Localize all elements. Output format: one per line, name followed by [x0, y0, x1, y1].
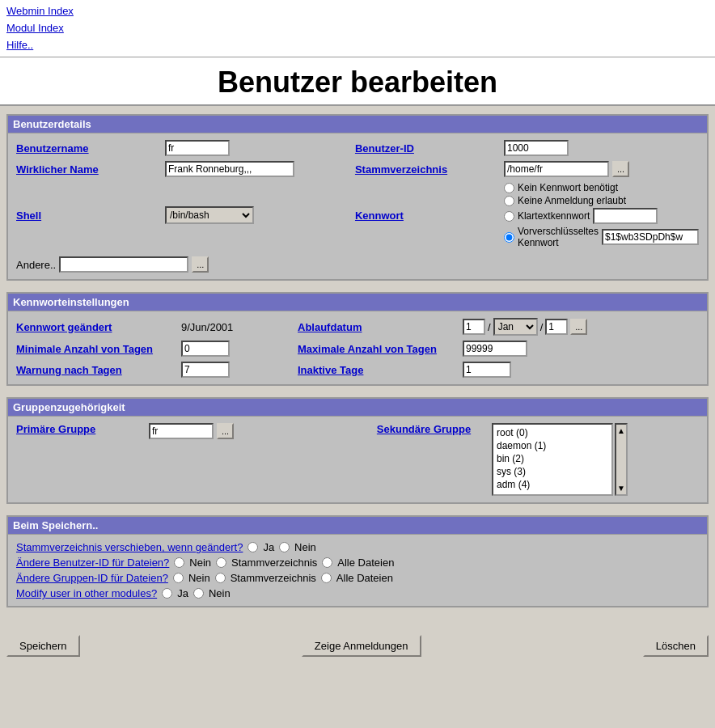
benutzerdetails-grid: Benutzername Benutzer-ID Wirklicher Name… — [16, 140, 699, 273]
gruppenid-files-label[interactable]: Ändere Gruppen-ID für Dateien? — [16, 572, 168, 584]
guid-alle-radio[interactable] — [321, 573, 332, 583]
kennwort-keine-radio[interactable] — [504, 196, 514, 206]
stamm-label[interactable]: Stammverzeichnis verschieben, wenn geänd… — [16, 541, 243, 553]
sekundaer-listbox[interactable]: root (0) daemon (1) bin (2) sys (3) adm … — [492, 423, 613, 496]
sekundaer-label[interactable]: Sekundäre Gruppe — [359, 423, 489, 435]
ablauf-browse-button[interactable]: ... — [570, 319, 587, 335]
beim-speichern-body: Stammverzeichnis verschieben, wenn geänd… — [8, 535, 707, 606]
ablauf-year-input[interactable] — [545, 319, 568, 335]
ablauf-day-input[interactable] — [463, 319, 485, 335]
gruppe-header: Gruppenzugehörigkeit — [8, 399, 707, 417]
main-content: Benutzerdetails Benutzername Benutzer-ID… — [0, 106, 715, 627]
wirklicher-name-input[interactable] — [165, 161, 294, 177]
benutzerid-label[interactable]: Benutzer-ID — [355, 142, 501, 154]
primaer-label[interactable]: Primäre Gruppe — [16, 423, 146, 435]
andere-input[interactable] — [59, 256, 188, 273]
modify-ja-radio[interactable] — [162, 588, 172, 599]
warnung-input[interactable] — [181, 362, 230, 378]
gruppenid-files-row: Ändere Gruppen-ID für Dateien? Nein Stam… — [16, 572, 699, 584]
modify-nein-label: Nein — [209, 587, 231, 599]
gruppe-grid: Primäre Gruppe ... Sekundäre Gruppe root… — [16, 423, 699, 496]
primaer-browse-button[interactable]: ... — [217, 423, 234, 439]
inaktive-label[interactable]: Inaktive Tage — [298, 364, 459, 376]
list-item[interactable]: adm (4) — [495, 478, 610, 491]
stammverzeichnis-input[interactable] — [504, 161, 609, 177]
listbox-scrollbar[interactable]: ▲ ▼ — [615, 423, 628, 496]
geaendert-value: 9/Jun/2001 — [181, 321, 294, 333]
buid-alle-radio[interactable] — [322, 557, 332, 568]
ablauf-sep2: / — [540, 321, 544, 333]
list-item[interactable]: bin (2) — [495, 452, 610, 465]
kennwort-vor-label: Vorverschlüsseltes Kennwort — [518, 226, 599, 248]
beim-speichern-header: Beim Speichern.. — [8, 517, 707, 535]
benutzerid-field-wrapper — [504, 140, 699, 156]
gruppe-section: Gruppenzugehörigkeit Primäre Gruppe ... … — [6, 397, 709, 504]
footer-buttons: Speichern Zeige Anmeldungen Löschen — [0, 627, 715, 665]
kennwort-klar-radio[interactable] — [504, 211, 514, 222]
minimale-field-wrapper — [181, 341, 294, 357]
stamm-nein-radio[interactable] — [279, 542, 290, 552]
list-item[interactable]: sys (3) — [495, 465, 610, 478]
sekundaer-list-wrapper: root (0) daemon (1) bin (2) sys (3) adm … — [492, 423, 699, 496]
kennwort-vor-input[interactable] — [602, 229, 699, 245]
stammverzeichnis-browse-button[interactable]: ... — [612, 161, 629, 177]
inaktive-field-wrapper — [463, 362, 699, 378]
modify-label[interactable]: Modify user in other modules? — [16, 587, 157, 599]
page-title: Benutzer bearbeiten — [0, 57, 715, 106]
ablaufdatum-label[interactable]: Ablaufdatum — [298, 321, 459, 333]
benutzerid-files-row: Ändere Benutzer-ID für Dateien? Nein Sta… — [16, 557, 699, 569]
webmin-index-link[interactable]: Webmin Index — [6, 5, 74, 17]
buid-stamm-radio[interactable] — [216, 557, 226, 568]
warnung-label[interactable]: Warnung nach Tagen — [16, 364, 178, 376]
buid-stamm-label: Stammverzeichnis — [231, 557, 317, 569]
scroll-down-icon[interactable]: ▼ — [617, 484, 625, 493]
geaendert-label[interactable]: Kennwort geändert — [16, 321, 178, 333]
beim-speichern-section: Beim Speichern.. Stammverzeichnis versch… — [6, 515, 709, 607]
hilfe-link[interactable]: Hilfe.. — [6, 39, 33, 51]
kennwort-klar-input[interactable] — [593, 208, 658, 224]
benutzerdetails-body: Benutzername Benutzer-ID Wirklicher Name… — [8, 133, 707, 279]
guid-nein-radio[interactable] — [173, 573, 184, 583]
primaer-field-wrapper: ... — [149, 423, 356, 439]
stammverzeichnis-label[interactable]: Stammverzeichnis — [355, 163, 501, 176]
andere-row: Andere.. ... — [16, 256, 352, 273]
kennwort-vor-radio[interactable] — [504, 232, 514, 243]
shell-field-wrapper: /bin/bash /bin/sh /bin/csh — [165, 206, 352, 224]
benutzername-label[interactable]: Benutzername — [16, 142, 162, 154]
minimale-label[interactable]: Minimale Anzahl von Tagen — [16, 343, 178, 355]
guid-alle-label: Alle Dateien — [336, 572, 393, 584]
ablauf-month-select[interactable]: JanFebMar AprMayJun JulAugSep OctNovDec — [493, 318, 538, 336]
primaer-input[interactable] — [149, 423, 214, 439]
stamm-ja-radio[interactable] — [248, 542, 258, 552]
zeige-anmeldungen-button[interactable]: Zeige Anmeldungen — [302, 635, 421, 657]
shell-label[interactable]: Shell — [16, 210, 162, 222]
top-navigation: Webmin Index Modul Index Hilfe.. — [0, 0, 715, 57]
kennwort-label[interactable]: Kennwort — [355, 210, 501, 222]
wirklicher-name-label[interactable]: Wirklicher Name — [16, 163, 162, 176]
maximale-input[interactable] — [463, 341, 527, 357]
scroll-up-icon[interactable]: ▲ — [617, 426, 625, 435]
speichern-button[interactable]: Speichern — [6, 635, 80, 657]
minimale-input[interactable] — [181, 341, 230, 357]
maximale-label[interactable]: Maximale Anzahl von Tagen — [298, 343, 459, 355]
modul-index-link[interactable]: Modul Index — [6, 22, 64, 34]
kennwort-kein-label: Kein Kennwort benötigt — [518, 182, 618, 193]
list-item[interactable]: root (0) — [495, 426, 610, 439]
stamm-nein-label: Nein — [294, 541, 316, 553]
maximale-field-wrapper — [463, 341, 699, 357]
list-item[interactable]: daemon (1) — [495, 439, 610, 452]
kennwort-klar-row: Klartextkennwort — [504, 208, 699, 224]
benutzername-input[interactable] — [165, 140, 230, 156]
modify-nein-radio[interactable] — [193, 588, 204, 599]
shell-select[interactable]: /bin/bash /bin/sh /bin/csh — [165, 206, 254, 224]
buid-nein-radio[interactable] — [174, 557, 184, 568]
guid-stamm-radio[interactable] — [215, 573, 226, 583]
benutzerid-files-label[interactable]: Ändere Benutzer-ID für Dateien? — [16, 557, 169, 569]
loeschen-button[interactable]: Löschen — [643, 635, 709, 657]
benutzerid-input[interactable] — [504, 140, 569, 156]
inaktive-input[interactable] — [463, 362, 511, 378]
kennwort-kein-radio[interactable] — [504, 183, 514, 193]
guid-stamm-label: Stammverzeichnis — [231, 572, 316, 584]
andere-browse-button[interactable]: ... — [192, 256, 209, 273]
stamm-ja-label: Ja — [263, 541, 274, 553]
